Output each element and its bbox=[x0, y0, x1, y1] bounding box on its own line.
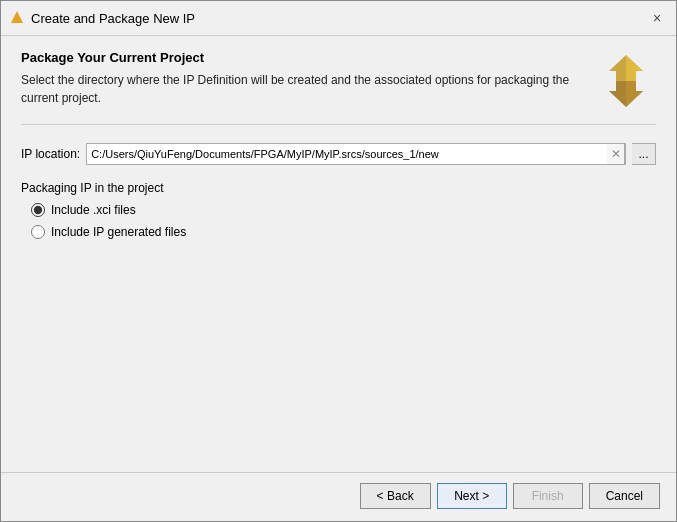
button-row: < Back Next > Finish Cancel bbox=[1, 472, 676, 521]
packaging-section: Packaging IP in the project Include .xci… bbox=[21, 181, 656, 239]
spacer bbox=[21, 249, 656, 458]
radio-group: Include .xci files Include IP generated … bbox=[21, 203, 656, 239]
radio-input-ip-gen[interactable] bbox=[31, 225, 45, 239]
svg-marker-0 bbox=[11, 11, 23, 23]
ip-location-input-wrapper: ✕ bbox=[86, 143, 626, 165]
section-header: Package Your Current Project Select the … bbox=[21, 50, 656, 110]
ip-location-label: IP location: bbox=[21, 147, 80, 161]
cancel-button[interactable]: Cancel bbox=[589, 483, 660, 509]
finish-button[interactable]: Finish bbox=[513, 483, 583, 509]
dialog-create-package: Create and Package New IP × Package Your… bbox=[0, 0, 677, 522]
ip-location-row: IP location: ✕ ... bbox=[21, 143, 656, 165]
packaging-label: Packaging IP in the project bbox=[21, 181, 656, 195]
radio-label-xci: Include .xci files bbox=[51, 203, 136, 217]
back-button[interactable]: < Back bbox=[360, 483, 431, 509]
ip-location-browse-button[interactable]: ... bbox=[632, 143, 656, 165]
description-text: Select the directory where the IP Defini… bbox=[21, 71, 596, 107]
ip-location-input[interactable] bbox=[87, 144, 607, 164]
next-button[interactable]: Next > bbox=[437, 483, 507, 509]
header-left: Package Your Current Project Select the … bbox=[21, 50, 596, 107]
radio-include-xci[interactable]: Include .xci files bbox=[31, 203, 656, 217]
dialog-title: Create and Package New IP bbox=[31, 11, 640, 26]
package-title: Package Your Current Project bbox=[21, 50, 596, 65]
svg-marker-3 bbox=[626, 55, 643, 81]
app-icon bbox=[9, 10, 25, 26]
radio-include-ip-gen[interactable]: Include IP generated files bbox=[31, 225, 656, 239]
ip-location-clear-button[interactable]: ✕ bbox=[607, 144, 625, 164]
logo-area bbox=[596, 50, 656, 110]
dialog-content: Package Your Current Project Select the … bbox=[1, 36, 676, 472]
radio-input-xci[interactable] bbox=[31, 203, 45, 217]
xilinx-logo bbox=[601, 53, 651, 108]
divider-1 bbox=[21, 124, 656, 125]
title-bar: Create and Package New IP × bbox=[1, 1, 676, 36]
svg-marker-4 bbox=[626, 81, 643, 107]
radio-label-ip-gen: Include IP generated files bbox=[51, 225, 186, 239]
close-button[interactable]: × bbox=[646, 7, 668, 29]
